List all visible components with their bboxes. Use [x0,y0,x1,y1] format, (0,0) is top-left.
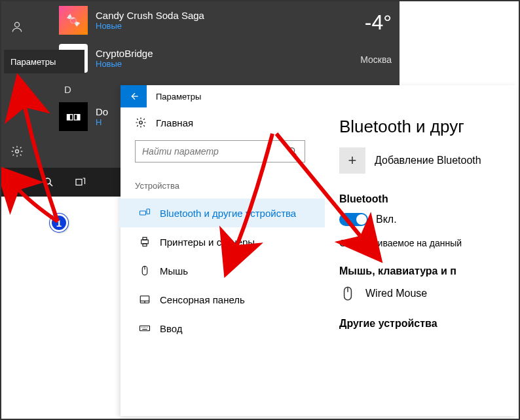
svg-point-6 [45,178,50,184]
toggle-state: Вкл. [376,214,397,225]
svg-rect-11 [147,209,150,214]
svg-rect-2 [12,178,17,182]
settings-sidebar: Главная Устройства Bluetooth и другие ус… [121,107,339,416]
svg-rect-12 [141,240,149,244]
sidebar-item-printers[interactable]: Принтеры и сканеры [135,227,325,256]
home-link[interactable]: Главная [135,117,325,128]
svg-rect-10 [140,211,146,215]
keyboard-icon [139,322,151,334]
page-heading: Bluetooth и друг [339,117,517,137]
sidebar-item-touchpad[interactable]: Сенсорная панель [135,285,325,314]
svg-rect-17 [140,326,150,331]
app-item-cryptobridge[interactable]: ▲ CryptoBridge Новые [59,39,275,77]
search-input[interactable] [142,146,288,157]
svg-rect-13 [143,237,147,240]
mouse-icon [139,265,151,277]
svg-rect-3 [18,178,22,182]
sidebar-item-label: Сенсорная панель [160,294,245,305]
bluetooth-label: Bluetooth [339,193,517,205]
printer-icon [139,236,151,248]
search-button[interactable] [33,168,64,197]
sidebar-item-label: Ввод [160,323,183,334]
app-name: Do [96,106,108,117]
settings-tooltip: Параметры [4,50,84,73]
mkb-heading: Мышь, клавиатура и п [339,265,517,277]
taskview-button[interactable] [64,168,96,197]
svg-point-8 [139,121,143,124]
start-button[interactable] [1,168,33,197]
app-status: Новые [96,21,204,31]
window-title: Параметры [156,92,201,102]
settings-main: Bluetooth и друг + Добавление Bluetooth … [339,107,517,416]
sidebar-item-input[interactable]: Ввод [135,314,325,343]
svg-point-9 [289,148,295,153]
mouse-icon [339,285,356,302]
svg-point-1 [16,150,19,153]
search-box[interactable] [135,140,305,162]
tooltip-text: Параметры [10,57,56,67]
app-name: CryptoBridge [96,48,153,59]
sidebar-item-label: Мышь [160,265,188,277]
sidebar-heading: Устройства [135,181,325,191]
bluetooth-devices-icon [139,207,151,219]
bluetooth-toggle[interactable] [339,213,368,226]
user-icon[interactable] [1,12,33,42]
add-device-button[interactable]: + Добавление Bluetooth [339,147,517,174]
other-devices-heading: Другие устройства [339,318,517,330]
svg-rect-5 [18,183,22,187]
svg-rect-7 [76,180,82,185]
dolby-tile-icon: ◧◨ [59,102,88,131]
add-device-label: Добавление Bluetooth [375,155,481,166]
weather-temp: -4° [360,10,392,35]
settings-window: Параметры Главная Устройства Bluetooth и… [121,85,517,416]
device-row-mouse[interactable]: Wired Mouse [339,285,517,302]
app-status: Н [96,117,108,127]
annotation-badge-1: 1 [50,214,68,232]
sidebar-item-label: Bluetooth и другие устройства [160,208,296,219]
taskbar [1,168,126,197]
discoverable-text: Обнаруживаемое на данный [339,238,517,248]
sidebar-item-mouse[interactable]: Мышь [135,256,325,285]
home-label: Главная [156,117,193,128]
app-item-candycrush[interactable]: 🍬 Candy Crush Soda Saga Новые [59,1,275,39]
weather-city: Москва [360,54,392,65]
app-status: Новые [96,59,153,69]
back-button[interactable] [121,85,147,107]
sidebar-item-bluetooth[interactable]: Bluetooth и другие устройства [119,199,325,227]
sidebar-item-label: Принтеры и сканеры [160,237,255,248]
svg-rect-14 [143,244,147,246]
weather-tile[interactable]: -4° Москва [360,10,392,65]
touchpad-icon [139,294,151,305]
plus-icon: + [339,147,365,174]
settings-titlebar: Параметры [121,85,517,107]
device-name: Wired Mouse [365,288,427,299]
search-icon [288,146,298,157]
app-name: Candy Crush Soda Saga [96,10,204,21]
candycrush-tile-icon: 🍬 [59,6,88,35]
settings-icon[interactable] [1,136,33,166]
svg-point-0 [15,22,20,27]
svg-rect-4 [12,183,17,187]
